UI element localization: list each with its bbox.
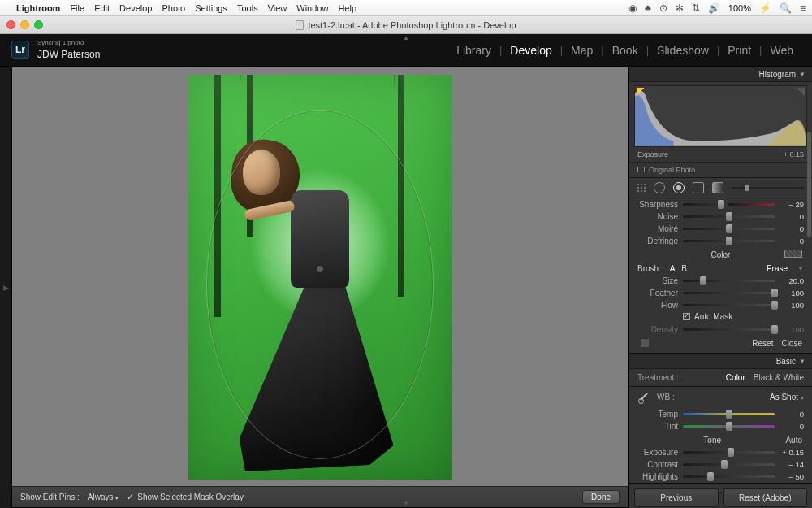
module-map[interactable]: Map — [564, 44, 600, 57]
spot-removal-tool-icon[interactable] — [654, 182, 665, 193]
sharpness-slider[interactable]: Sharpness – 29 — [629, 198, 812, 211]
brush-options-disclosure-icon[interactable]: ▼ — [797, 265, 804, 272]
notification-center-icon[interactable]: ≡ — [800, 2, 806, 14]
lightroom-logo-icon: Lr — [11, 41, 29, 59]
density-slider[interactable]: Density 100 — [629, 323, 812, 336]
right-panel-group: Histogram▼ Exposure + 0.15 Original Phot… — [628, 67, 812, 508]
main-view: Show Edit Pins : Always ▾ ✓ Show Selecte… — [11, 67, 628, 508]
treatment-color-button[interactable]: Color — [726, 373, 745, 382]
contrast-slider[interactable]: Contrast – 14 — [629, 458, 812, 471]
histogram-readout-value: + 0.15 — [784, 150, 804, 158]
menu-tools[interactable]: Tools — [237, 3, 258, 13]
adjustment-brush-tool-icon[interactable] — [712, 182, 723, 193]
develop-toolbar: Show Edit Pins : Always ▾ ✓ Show Selecte… — [12, 486, 628, 507]
module-web[interactable]: Web — [762, 44, 801, 57]
macos-menubar: Lightroom File Edit Develop Photo Settin… — [0, 0, 812, 16]
color-swatch-picker[interactable] — [784, 250, 802, 258]
menu-window[interactable]: Window — [296, 3, 328, 13]
module-print[interactable]: Print — [720, 44, 758, 57]
histogram-readout-label: Exposure — [637, 150, 668, 158]
app-menu[interactable]: Lightroom — [16, 3, 60, 13]
treatment-bw-button[interactable]: Black & White — [754, 373, 804, 382]
histogram-panel-header[interactable]: Histogram▼ — [629, 67, 812, 82]
document-proxy-icon[interactable] — [296, 20, 304, 30]
basic-panel-header[interactable]: Basic▼ — [629, 354, 812, 369]
panel-scrollbar[interactable] — [807, 132, 811, 237]
show-edit-pins-dropdown[interactable]: Always ▾ — [88, 493, 119, 501]
volume-icon[interactable]: 🔊 — [708, 2, 720, 14]
identity-plate[interactable]: JDW Paterson — [37, 49, 100, 60]
brush-preset-icon[interactable] — [641, 339, 649, 347]
previous-button[interactable]: Previous — [634, 488, 719, 507]
module-book[interactable]: Book — [605, 44, 646, 57]
defringe-slider[interactable]: Defringe 0 — [629, 235, 812, 247]
battery-percent: 100% — [728, 3, 751, 13]
window-title: test1-2.lrcat - Adobe Photoshop Lightroo… — [308, 20, 516, 30]
window-close-button[interactable] — [6, 20, 15, 29]
module-develop[interactable]: Develop — [503, 44, 559, 57]
filmstrip-toggle[interactable]: ▼ — [403, 500, 409, 507]
shadow-clipping-icon[interactable] — [637, 88, 645, 96]
image-canvas[interactable] — [12, 67, 628, 486]
menu-file[interactable]: File — [70, 3, 84, 13]
top-panel-toggle[interactable]: ▲ — [403, 34, 409, 41]
highlight-clipping-icon[interactable] — [797, 88, 805, 96]
mask-amount-slider[interactable] — [732, 187, 804, 189]
moiré-slider[interactable]: Moiré 0 — [629, 223, 812, 235]
battery-icon[interactable]: ⚡ — [759, 2, 771, 14]
tint-slider[interactable]: Tint 0 — [629, 420, 812, 432]
window-zoom-button[interactable] — [34, 20, 43, 29]
wifi-icon[interactable]: ⇅ — [692, 2, 700, 14]
menu-settings[interactable]: Settings — [195, 3, 227, 13]
histogram[interactable] — [634, 85, 807, 147]
brush-b-button[interactable]: B — [681, 264, 687, 273]
feather-slider[interactable]: Feather 100 — [629, 287, 812, 299]
graduated-filter-tool-icon[interactable] — [693, 182, 704, 193]
white-balance-picker-icon[interactable] — [637, 391, 650, 404]
status-icon[interactable]: ◉ — [628, 2, 637, 14]
menu-develop[interactable]: Develop — [119, 3, 152, 13]
brush-reset-button[interactable]: Reset — [752, 339, 773, 348]
highlights-slider[interactable]: Highlights – 50 — [629, 471, 812, 483]
flow-slider[interactable]: Flow 100 — [629, 299, 812, 311]
crop-tool-icon[interactable] — [637, 184, 646, 192]
brush-erase-button[interactable]: Erase — [767, 264, 788, 273]
module-library[interactable]: Library — [449, 44, 499, 57]
module-slideshow[interactable]: Slideshow — [650, 44, 716, 57]
show-mask-overlay-checkbox[interactable]: ✓ Show Selected Mask Overlay — [127, 492, 244, 502]
size-slider[interactable]: Size 20.0 — [629, 275, 812, 287]
original-photo-toggle[interactable]: Original Photo — [629, 163, 812, 178]
edit-pin[interactable] — [316, 265, 324, 273]
auto-tone-button[interactable]: Auto — [785, 436, 802, 445]
original-photo-icon — [637, 167, 645, 172]
tone-subheader: Tone — [703, 436, 721, 445]
wb-preset-dropdown[interactable]: As Shot▾ — [770, 393, 804, 402]
left-panel-toggle[interactable]: ▶ — [0, 67, 11, 508]
reset-button[interactable]: Reset (Adobe) — [723, 488, 808, 507]
treatment-label: Treatment : — [637, 373, 679, 382]
brush-a-button[interactable]: A — [670, 264, 676, 273]
brush-header: Brush : A B Erase ▼ — [629, 261, 812, 275]
noise-slider[interactable]: Noise 0 — [629, 211, 812, 223]
window-minimize-button[interactable] — [20, 20, 29, 29]
color-subheader: Color — [629, 247, 812, 261]
bluetooth-icon[interactable]: ✻ — [676, 2, 684, 14]
photo-preview[interactable] — [188, 75, 452, 480]
brush-close-button[interactable]: Close — [781, 339, 802, 348]
status-icon[interactable]: ♣ — [645, 2, 651, 14]
status-icon[interactable]: ⊙ — [659, 2, 667, 14]
wb-label: WB : — [657, 393, 675, 402]
menu-edit[interactable]: Edit — [94, 3, 110, 13]
spotlight-icon[interactable]: 🔍 — [780, 2, 792, 14]
done-button[interactable]: Done — [582, 490, 620, 504]
radial-filter-outline[interactable] — [206, 110, 434, 459]
auto-mask-checkbox[interactable]: Auto Mask — [629, 311, 812, 323]
menu-view[interactable]: View — [268, 3, 287, 13]
menu-photo[interactable]: Photo — [162, 3, 185, 13]
exposure-slider[interactable]: Exposure + 0.15 — [629, 446, 812, 458]
module-picker: Library| Develop| Map| Book| Slideshow| … — [449, 44, 801, 57]
local-adjustment-tools — [629, 178, 812, 198]
temp-slider[interactable]: Temp 0 — [629, 408, 812, 420]
menu-help[interactable]: Help — [338, 3, 356, 13]
radial-filter-tool-icon[interactable] — [673, 182, 685, 193]
